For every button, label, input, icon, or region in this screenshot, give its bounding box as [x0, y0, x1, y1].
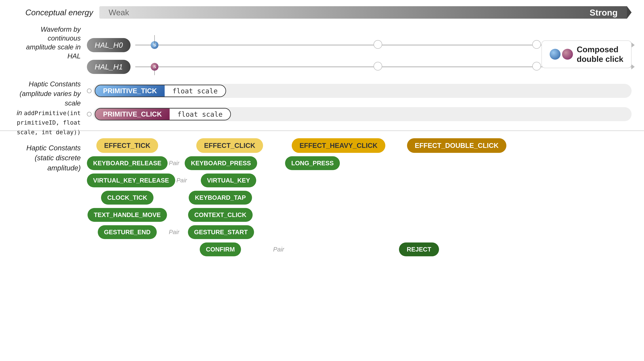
effect-tick-button[interactable]: EFFECT_TICK: [96, 138, 158, 153]
composed-badge: Composed double click: [542, 40, 632, 68]
text-handle-move-button[interactable]: TEXT_HANDLE_MOVE: [88, 208, 167, 222]
gesture-end-button[interactable]: GESTURE_END: [98, 225, 157, 239]
primitive-tick-small-circle: [87, 89, 92, 93]
hal-h1-mid-circle: [374, 62, 382, 71]
energy-arrow-icon: [627, 6, 632, 19]
energy-bar: Weak Strong: [99, 6, 627, 19]
waveform-label: Waveform by continuousamplitude scale in…: [26, 26, 81, 60]
hal-h0-vline: [154, 35, 155, 45]
reject-button[interactable]: REJECT: [399, 242, 439, 256]
haptic-primitive-label: Haptic Constants(amplitude varies by sca…: [0, 79, 87, 137]
pair-label-2: Pair: [175, 177, 188, 184]
confirm-button[interactable]: CONFIRM: [200, 242, 241, 256]
primitive-click-row: PRIMITIVE_CLICK float scale: [87, 104, 632, 124]
clock-row: CLOCK_TICK KEYBOARD_TAP: [87, 191, 632, 205]
blue-dot-icon: [550, 49, 560, 60]
clock-tick-button[interactable]: CLOCK_TICK: [101, 191, 154, 205]
hal-h1-vline: [154, 67, 155, 75]
section-divider: [0, 131, 644, 131]
long-press-button[interactable]: LONG_PRESS: [285, 156, 340, 170]
text-handle-row: TEXT_HANDLE_MOVE CONTEXT_CLICK: [87, 208, 632, 222]
haptic-discrete-label: Haptic Constants(static discreteamplitud…: [0, 134, 87, 361]
energy-strong-label: Strong: [590, 8, 618, 18]
conceptual-energy-label: Conceptual energy: [25, 8, 93, 17]
gesture-start-button[interactable]: GESTURE_START: [188, 225, 254, 239]
primitive-click-small-circle: [87, 112, 92, 117]
primitive-tick-scale: float scale: [165, 85, 225, 97]
pair-label-3: Pair: [168, 229, 181, 235]
primitive-tick-pill: PRIMITIVE_TICK float scale: [95, 85, 226, 97]
pair-label-4: Pair: [273, 246, 284, 253]
hal-h1-label: HAL_H1: [87, 60, 130, 74]
keyboard-release-button[interactable]: KEYBOARD_RELEASE: [87, 156, 168, 170]
virtual-key-row: VIRTUAL_KEY_RELEASE Pair VIRTUAL_KEY: [87, 174, 632, 187]
primitive-tick-name: PRIMITIVE_TICK: [95, 85, 165, 97]
confirm-row: CONFIRM Pair REJECT: [87, 242, 632, 256]
context-click-button[interactable]: CONTEXT_CLICK: [188, 208, 253, 222]
virtual-key-release-button[interactable]: VIRTUAL_KEY_RELEASE: [87, 174, 175, 187]
virtual-key-button[interactable]: VIRTUAL_KEY: [201, 174, 256, 187]
pair-label-1: Pair: [168, 160, 181, 166]
hal-h1-end-circle: [532, 62, 541, 71]
hal-h0-arrow-icon: [631, 43, 635, 48]
main-container: Conceptual energy Weak Strong Waveform b…: [0, 0, 644, 361]
composed-dots: [550, 49, 573, 60]
composed-text: Composed double click: [577, 45, 623, 64]
hal-h0-end-circle: [532, 40, 541, 49]
gesture-row: GESTURE_END Pair GESTURE_START: [87, 225, 632, 239]
keyboard-tap-button[interactable]: KEYBOARD_TAP: [189, 191, 252, 205]
effects-row: EFFECT_TICK EFFECT_CLICK EFFECT_HEAVY_CL…: [87, 138, 632, 153]
primitive-click-pill: PRIMITIVE_CLICK float scale: [95, 108, 231, 120]
energy-weak-label: Weak: [109, 8, 129, 17]
keyboard-row: KEYBOARD_RELEASE Pair KEYBOARD_PRESS LON…: [87, 156, 632, 170]
effect-click-button[interactable]: EFFECT_CLICK: [196, 138, 263, 153]
keyboard-press-button[interactable]: KEYBOARD_PRESS: [185, 156, 257, 170]
primitive-click-scale: float scale: [170, 109, 230, 120]
primitive-click-name: PRIMITIVE_CLICK: [95, 109, 170, 120]
effect-heavy-click-button[interactable]: EFFECT_HEAVY_CLICK: [292, 138, 385, 153]
hal-h0-mid-circle: [374, 40, 382, 49]
purple-dot-icon: [562, 49, 573, 60]
hal-h0-label: HAL_H0: [87, 38, 130, 52]
hal-h1-arrow-icon: [631, 64, 635, 70]
effect-double-click-button[interactable]: EFFECT_DOUBLE_CLICK: [407, 138, 506, 153]
primitive-tick-row: PRIMITIVE_TICK float scale: [87, 81, 632, 101]
